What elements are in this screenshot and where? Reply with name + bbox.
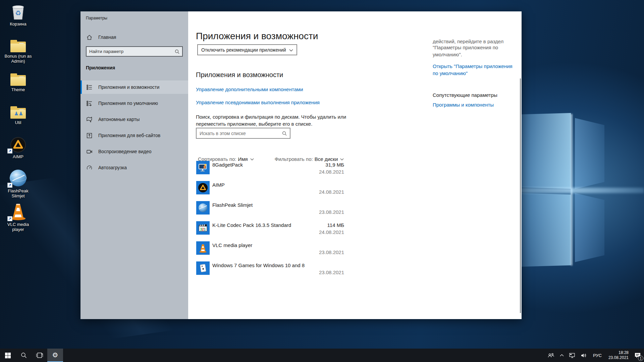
aside-text-line3: умолчанию". — [433, 52, 462, 57]
desktop-icon-label: Theme — [3, 87, 34, 92]
offline-maps-icon — [87, 117, 92, 122]
window-title: Параметры — [86, 16, 107, 20]
desktop-icon-label: AIMP — [3, 154, 34, 159]
aimp-icon — [196, 181, 210, 194]
page-title: Приложения и возможности — [196, 31, 318, 42]
default-apps-icon — [87, 101, 92, 106]
8gadgetpack-icon — [196, 161, 210, 174]
sidebar-item-label: Приложения по умолчанию — [98, 101, 158, 106]
app-row-windows7-games[interactable]: ♠ ♠ Windows 7 Games for Windows 10 and 8… — [196, 261, 344, 279]
desktop-icon-label: FlashPeak Slimjet — [3, 188, 34, 198]
apps-features-icon — [87, 84, 92, 90]
folder-icon: ♟♟ — [3, 102, 34, 119]
people-icon[interactable] — [546, 349, 556, 362]
action-center-button[interactable]: 1 — [633, 349, 643, 362]
shortcut-arrow-icon — [7, 148, 12, 154]
video-playback-icon — [87, 149, 92, 155]
link-open-default-app-settings[interactable]: Открыть "Параметры приложения по умолчан… — [433, 63, 514, 77]
desktop-icon-util-folder[interactable]: ♟♟ Util — [3, 102, 34, 125]
volume-icon[interactable] — [579, 349, 589, 362]
aside-text-line2: "Параметры приложения по — [433, 45, 498, 50]
related-settings-header: Сопутствующие параметры — [433, 92, 514, 98]
settings-window: Параметры Главная Приложения Приложения … — [80, 11, 522, 319]
task-view-button[interactable] — [32, 349, 47, 362]
desktop-icon-label: Bonus (run as Admin) — [3, 54, 34, 64]
app-row-vlc[interactable]: VLC media player 23.08.2021 — [196, 241, 344, 259]
folder-icon — [3, 69, 34, 86]
taskbar-settings-button[interactable]: ⚙ — [47, 349, 63, 362]
desktop-icon-flashpeak-slimjet[interactable]: FlashPeak Slimjet — [3, 168, 34, 198]
sidebar-item-apps-for-websites[interactable]: Приложения для веб-сайтов — [80, 129, 188, 142]
sidebar-item-label: Автономные карты — [98, 117, 140, 122]
desktop-icon-aimp[interactable]: AIMP — [3, 136, 34, 159]
shortcut-arrow-icon — [7, 183, 12, 188]
sidebar-search-input[interactable] — [87, 49, 175, 54]
sidebar-item-apps-and-features[interactable]: Приложения и возможности — [80, 80, 188, 94]
sidebar-item-label: Приложения для веб-сайтов — [98, 133, 160, 138]
desktop-icon-label: Корзина — [3, 21, 34, 26]
desktop-icon-vlc[interactable]: VLC media player — [3, 201, 34, 232]
desktop-icon-bonus-folder[interactable]: Bonus (run as Admin) — [3, 36, 34, 64]
app-row-aimp[interactable]: AIMP 24.08.2021 — [196, 181, 344, 198]
aimp-icon — [3, 136, 34, 153]
sidebar-search-box[interactable] — [86, 46, 183, 57]
desktop-icon-theme-folder[interactable]: Theme — [3, 69, 34, 92]
wallpaper-logo-pane — [518, 193, 571, 267]
gear-icon: ⚙ — [52, 352, 58, 358]
folder-icon — [3, 36, 34, 52]
svg-text:♻: ♻ — [15, 9, 21, 17]
taskbar-clock[interactable]: 18:28 23.08.2021 — [606, 350, 631, 360]
dropdown-selected-value: Отключить рекомендации приложений — [201, 47, 286, 53]
slimjet-globe-icon — [196, 201, 210, 215]
recycle-bin-icon: ♻ — [3, 3, 34, 20]
search-icon[interactable] — [282, 131, 287, 136]
aside-column: действий, перейдите в раздел "Параметры … — [433, 40, 514, 108]
app-list-search-input[interactable] — [197, 131, 282, 136]
clock-date: 23.08.2021 — [608, 355, 629, 360]
settings-sidebar: Параметры Главная Приложения Приложения … — [80, 11, 188, 319]
start-button[interactable] — [0, 349, 16, 362]
desktop-icon-recycle-bin[interactable]: ♻ Корзина — [3, 3, 34, 26]
description-text: Поиск, сортировка и фильтрация по дискам… — [196, 113, 354, 127]
desktop-icon-label: Util — [3, 120, 34, 125]
scrollbar[interactable] — [520, 78, 521, 313]
app-row-klite-codec-pack[interactable]: 321 K-Lite Codec Pack 16.3.5 Standard 11… — [196, 221, 344, 239]
vlc-cone-icon — [196, 241, 210, 255]
desktop-icon-label: VLC media player — [3, 222, 34, 232]
sidebar-item-offline-maps[interactable]: Автономные карты — [80, 113, 188, 126]
tray-chevron-up-icon[interactable] — [558, 349, 566, 362]
chevron-down-icon — [289, 47, 293, 53]
chevron-down-icon[interactable] — [340, 158, 344, 161]
search-icon[interactable] — [175, 49, 179, 54]
clock-time: 18:28 — [608, 350, 629, 355]
sidebar-item-video-playback[interactable]: Воспроизведение видео — [80, 145, 188, 158]
app-list-search-box[interactable] — [196, 128, 290, 139]
link-optional-features[interactable]: Управление дополнительными компонентами — [196, 86, 303, 92]
app-row-8gadgetpack[interactable]: 8GadgetPack 31,9 МБ 24.08.2021 — [196, 161, 344, 178]
language-indicator[interactable]: РУС — [590, 349, 604, 362]
taskbar-search-button[interactable] — [16, 349, 32, 362]
section-title: Приложения и возможности — [196, 71, 283, 79]
apps-for-websites-icon — [87, 133, 92, 138]
home-icon — [87, 31, 92, 44]
chevron-down-icon[interactable] — [250, 158, 254, 161]
shortcut-arrow-icon — [7, 216, 12, 221]
sidebar-item-label: Воспроизведение видео — [98, 149, 151, 154]
app-row-flashpeak-slimjet[interactable]: FlashPeak Slimjet 23.08.2021 — [196, 201, 344, 219]
aside-clipped-line: действий, перейдите в раздел — [433, 40, 514, 44]
app-recommendations-dropdown[interactable]: Отключить рекомендации приложений — [197, 44, 297, 55]
description-line1: Поиск, сортировка и фильтрация по дискам… — [196, 114, 346, 120]
system-tray: РУС 18:28 23.08.2021 1 — [546, 349, 644, 362]
network-icon[interactable] — [567, 349, 578, 362]
sidebar-item-default-apps[interactable]: Приложения по умолчанию — [80, 97, 188, 110]
sidebar-item-label: Приложения и возможности — [98, 84, 159, 90]
link-programs-and-features[interactable]: Программы и компоненты — [433, 102, 514, 108]
link-execution-aliases[interactable]: Управление псевдонимами выполнения прило… — [196, 100, 320, 105]
description-line2: переместить приложение, выберите его в с… — [196, 121, 312, 127]
svg-text:321: 321 — [200, 228, 206, 231]
settings-content: Приложения и возможности Отключить реком… — [188, 11, 522, 319]
sidebar-item-startup[interactable]: Автозагрузка — [80, 161, 188, 174]
sidebar-section-header: Приложения — [86, 65, 115, 70]
sidebar-item-home[interactable]: Главная — [87, 32, 182, 43]
aside-default-apps-text: "Параметры приложения по умолчанию". — [433, 44, 514, 58]
